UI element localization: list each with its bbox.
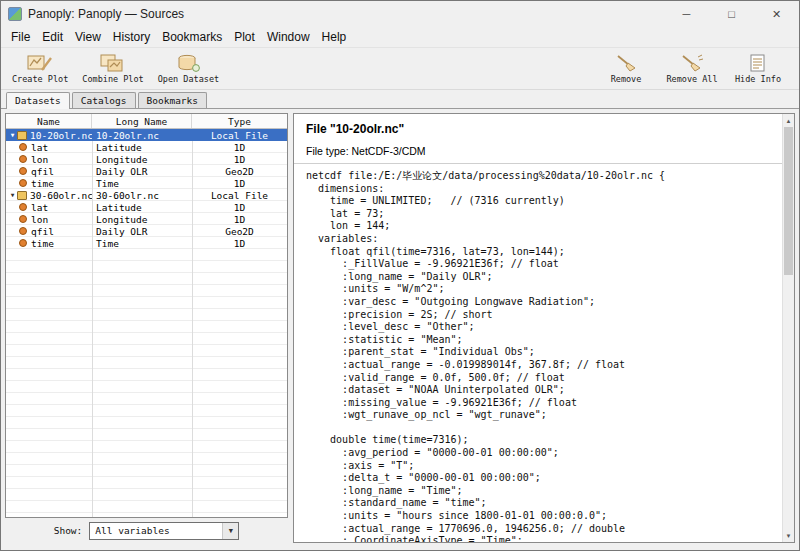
expand-triangle-icon[interactable]: ▼ xyxy=(8,132,17,138)
titlebar: Panoply: Panoply — Sources ─ □ ✕ xyxy=(1,1,799,27)
table-header: Name Long Name Type xyxy=(6,114,287,129)
variable-icon xyxy=(19,167,27,175)
row-name-text: time xyxy=(31,238,54,249)
table-row-variable[interactable]: lat Latitude 1D xyxy=(6,201,287,213)
menu-help[interactable]: Help xyxy=(316,28,353,46)
info-separator xyxy=(294,163,782,164)
table-row-variable[interactable]: qfil Daily OLR Geo2D xyxy=(6,165,287,177)
minimize-button[interactable]: ─ xyxy=(664,1,709,27)
table-row-variable[interactable]: lon Longitude 1D xyxy=(6,213,287,225)
cell-type: Geo2D xyxy=(192,226,287,237)
table-row-variable[interactable]: time Time 1D xyxy=(6,237,287,249)
menu-window[interactable]: Window xyxy=(261,28,316,46)
show-variables-dropdown[interactable]: All variables ▼ xyxy=(89,522,239,540)
open-dataset-button[interactable]: Open Dataset xyxy=(155,52,222,85)
row-name-text: lon xyxy=(31,154,48,165)
cell-long-name: 10-20olr.nc xyxy=(92,130,192,141)
menubar: File Edit View History Bookmarks Plot Wi… xyxy=(1,27,799,48)
dataset-table: Name Long Name Type ▼ 10-20olr.nc 10-20o… xyxy=(5,113,288,518)
cell-long-name: Daily OLR xyxy=(92,166,192,177)
tab-datasets[interactable]: Datasets xyxy=(6,92,70,109)
show-dropdown-value: All variables xyxy=(95,525,169,536)
panoply-sources-window: Panoply: Panoply — Sources ─ □ ✕ File Ed… xyxy=(0,0,800,551)
cell-long-name: Latitude xyxy=(92,202,192,213)
show-bar: Show: All variables ▼ xyxy=(5,518,288,543)
row-name-text: lat xyxy=(31,202,48,213)
tabstrip: Datasets Catalogs Bookmarks xyxy=(1,90,799,109)
info-file-type: File type: NetCDF-3/CDM xyxy=(306,145,772,157)
variable-icon xyxy=(19,179,27,187)
table-row-variable[interactable]: lat Latitude 1D xyxy=(6,141,287,153)
toolbar-left-group: Create Plot Combine Plot xyxy=(9,52,222,85)
menu-bookmarks[interactable]: Bookmarks xyxy=(156,28,228,46)
main-area: Name Long Name Type ▼ 10-20olr.nc 10-20o… xyxy=(1,109,799,550)
toolbar: Create Plot Combine Plot xyxy=(1,48,799,90)
row-name-text: qfil xyxy=(31,166,54,177)
table-row-dataset[interactable]: ▼ 30-60olr.nc 30-60olr.nc Local File xyxy=(6,189,287,201)
remove-all-button[interactable]: Remove All xyxy=(663,52,721,85)
combine-plot-button[interactable]: Combine Plot xyxy=(79,52,146,85)
cell-name: time xyxy=(6,238,92,249)
menu-view[interactable]: View xyxy=(69,28,107,46)
column-header-type[interactable]: Type xyxy=(192,114,287,128)
cell-name: ▼ 10-20olr.nc xyxy=(6,130,92,141)
scroll-down-icon[interactable]: ▼ xyxy=(783,529,794,542)
column-header-name[interactable]: Name xyxy=(6,114,92,128)
tab-bookmarks[interactable]: Bookmarks xyxy=(138,92,207,108)
variable-icon xyxy=(19,227,27,235)
maximize-button[interactable]: □ xyxy=(709,1,754,27)
scroll-up-icon[interactable]: ▲ xyxy=(783,114,794,127)
menu-file[interactable]: File xyxy=(5,28,36,46)
hide-info-button[interactable]: Hide Info xyxy=(729,52,787,85)
remove-label: Remove xyxy=(611,74,642,84)
cell-type: 1D xyxy=(192,214,287,225)
table-row-dataset[interactable]: ▼ 10-20olr.nc 10-20olr.nc Local File xyxy=(6,129,287,141)
remove-button[interactable]: Remove xyxy=(597,52,655,85)
cell-type: Local File xyxy=(192,130,287,141)
cell-type: 1D xyxy=(192,202,287,213)
cell-long-name: Longitude xyxy=(92,214,192,225)
menu-edit[interactable]: Edit xyxy=(36,28,69,46)
remove-icon xyxy=(614,53,638,73)
variable-icon xyxy=(19,215,27,223)
table-body: ▼ 10-20olr.nc 10-20olr.nc Local File lat xyxy=(6,129,287,517)
row-name-text: lat xyxy=(31,142,48,153)
cell-type: Geo2D xyxy=(192,166,287,177)
cell-name: qfil xyxy=(6,166,92,177)
info-file-title: File "10-20olr.nc" xyxy=(306,122,772,136)
hide-info-label: Hide Info xyxy=(735,74,781,84)
chevron-down-icon: ▼ xyxy=(222,523,238,539)
combine-plot-label: Combine Plot xyxy=(82,74,143,84)
row-name-text: time xyxy=(31,178,54,189)
cell-name: lon xyxy=(6,154,92,165)
tab-catalogs[interactable]: Catalogs xyxy=(72,92,136,108)
info-scrollbar[interactable]: ▲ ▼ xyxy=(782,114,794,542)
row-name-text: 10-20olr.nc xyxy=(30,130,92,141)
variable-icon xyxy=(19,143,27,151)
menu-plot[interactable]: Plot xyxy=(228,28,261,46)
cell-type: Local File xyxy=(192,190,287,201)
open-dataset-label: Open Dataset xyxy=(158,74,219,84)
expand-triangle-icon[interactable]: ▼ xyxy=(8,192,17,198)
toolbar-right-group: Remove Remove All xyxy=(597,52,787,85)
scrollbar-thumb[interactable] xyxy=(784,127,793,275)
create-plot-button[interactable]: Create Plot xyxy=(9,52,71,85)
table-row-variable[interactable]: qfil Daily OLR Geo2D xyxy=(6,225,287,237)
combine-plot-icon xyxy=(100,53,126,73)
close-button[interactable]: ✕ xyxy=(754,1,799,27)
app-icon xyxy=(8,7,22,21)
row-name-text: 30-60olr.nc xyxy=(30,190,92,201)
cell-long-name: Time xyxy=(92,238,192,249)
cell-long-name: Longitude xyxy=(92,154,192,165)
cell-long-name: Latitude xyxy=(92,142,192,153)
column-header-long-name[interactable]: Long Name xyxy=(92,114,192,128)
menu-history[interactable]: History xyxy=(107,28,156,46)
cell-type: 1D xyxy=(192,178,287,189)
table-row-variable[interactable]: time Time 1D xyxy=(6,177,287,189)
table-row-variable[interactable]: lon Longitude 1D xyxy=(6,153,287,165)
cell-name: time xyxy=(6,178,92,189)
window-controls: ─ □ ✕ xyxy=(664,1,799,27)
cell-type: 1D xyxy=(192,154,287,165)
remove-all-label: Remove All xyxy=(666,74,717,84)
variable-icon xyxy=(19,239,27,247)
